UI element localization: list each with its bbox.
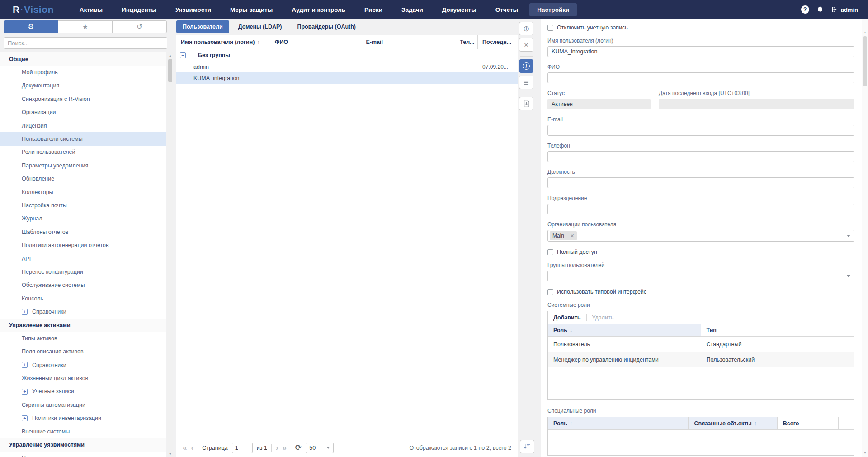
sidebar-item[interactable]: Консоль: [0, 292, 166, 305]
help-icon[interactable]: ?: [801, 5, 809, 14]
content-tab-2[interactable]: Провайдеры (OAuth): [291, 20, 362, 33]
full-access-checkbox[interactable]: [547, 249, 553, 255]
phone-field[interactable]: [547, 151, 854, 162]
scroll-thumb[interactable]: [863, 36, 867, 86]
nav-item-6[interactable]: Задачи: [394, 3, 431, 16]
department-field[interactable]: [547, 204, 854, 214]
expand-plus-icon[interactable]: +: [22, 309, 28, 315]
groups-dropdown[interactable]: [547, 271, 854, 281]
page-size-select[interactable]: 50: [306, 443, 334, 453]
login-field[interactable]: [547, 46, 854, 57]
sidebar-tab-history[interactable]: ↺: [112, 20, 167, 33]
column-linked-objects[interactable]: Связанные объекты ↑: [689, 417, 777, 429]
sidebar-item[interactable]: Типы активов: [0, 332, 166, 345]
position-field[interactable]: [547, 177, 854, 188]
sidebar-item[interactable]: Политики автогенерации отчетов: [0, 238, 166, 252]
sidebar-item[interactable]: Пользователи системы: [0, 132, 166, 145]
sidebar-item[interactable]: Организации: [0, 106, 166, 119]
disable-account-checkbox[interactable]: [547, 25, 553, 31]
expand-plus-icon[interactable]: +: [22, 415, 28, 421]
table-row[interactable]: Менеджер по управлению инцидентамиПользо…: [548, 352, 854, 367]
column-type[interactable]: Тип: [701, 324, 854, 336]
sidebar-item[interactable]: +Справочники: [0, 305, 166, 318]
sidebar-item[interactable]: Роли пользователей: [0, 146, 166, 159]
refresh-icon[interactable]: ⟳: [295, 443, 302, 452]
nav-item-8[interactable]: Отчеты: [488, 3, 526, 16]
collapse-icon[interactable]: −: [180, 52, 186, 58]
list-view-button[interactable]: ≡: [519, 76, 533, 89]
delete-user-button[interactable]: ✕: [519, 38, 533, 52]
nav-item-7[interactable]: Документы: [434, 3, 484, 16]
remove-tag-icon[interactable]: ✕: [570, 233, 574, 239]
export-button[interactable]: [519, 97, 533, 110]
nav-item-3[interactable]: Меры защиты: [222, 3, 280, 16]
first-page-button[interactable]: «: [183, 444, 187, 452]
sidebar-item[interactable]: Синхронизация с R-Vision: [0, 92, 166, 105]
content-tab-1[interactable]: Домены (LDAP): [232, 20, 288, 33]
users-column-3[interactable]: E-mail: [361, 35, 455, 49]
sidebar-item[interactable]: +Политики инвентаризации: [0, 412, 166, 425]
users-column-4[interactable]: Тел...: [455, 35, 478, 49]
organizations-field[interactable]: Main ✕: [547, 230, 854, 242]
group-row-no-group[interactable]: − Без группы: [176, 49, 518, 61]
nav-item-5[interactable]: Риски: [357, 3, 390, 16]
sidebar-item[interactable]: Мой профиль: [0, 66, 166, 79]
nav-item-9[interactable]: Настройки: [529, 3, 577, 16]
sidebar-item[interactable]: Журнал: [0, 212, 166, 225]
sidebar-item[interactable]: Шаблоны отчетов: [0, 225, 166, 238]
prev-page-button[interactable]: ‹: [191, 444, 193, 452]
sidebar-item[interactable]: Настройка почты: [0, 199, 166, 212]
scroll-up-icon[interactable]: ▲: [863, 31, 867, 34]
sidebar-search-input[interactable]: [4, 37, 167, 49]
sidebar-item[interactable]: Параметры уведомления: [0, 159, 166, 172]
user-menu[interactable]: admin: [831, 6, 858, 13]
sort-button[interactable]: [520, 440, 534, 453]
next-page-button[interactable]: ›: [276, 444, 278, 452]
table-row[interactable]: ПользовательСтандартный: [548, 337, 854, 352]
delete-role-button[interactable]: Удалить: [592, 314, 614, 321]
sidebar-item[interactable]: Политики управления уязвимостями: [0, 452, 166, 457]
nav-item-2[interactable]: Уязвимости: [168, 3, 219, 16]
table-row[interactable]: admin07.09.20...: [176, 61, 518, 72]
bell-icon[interactable]: [816, 6, 824, 14]
column-total[interactable]: Всего: [778, 417, 839, 429]
add-role-button[interactable]: Добавить: [553, 314, 581, 321]
scroll-thumb[interactable]: [168, 59, 172, 82]
sidebar-item[interactable]: Перенос конфигурации: [0, 265, 166, 278]
content-tab-0[interactable]: Пользователи: [176, 20, 229, 33]
expand-plus-icon[interactable]: +: [22, 362, 28, 368]
details-scrollbar[interactable]: ▲ ▼: [862, 19, 868, 457]
sidebar-item[interactable]: Документация: [0, 79, 166, 92]
sidebar-item[interactable]: Внешние системы: [0, 425, 166, 438]
nav-item-0[interactable]: Активы: [72, 3, 110, 16]
column-role[interactable]: Роль ↓: [548, 324, 701, 336]
sidebar-item[interactable]: Коллекторы: [0, 186, 166, 199]
email-field[interactable]: [547, 125, 854, 136]
sidebar-tab-gear[interactable]: ⚙: [4, 20, 58, 33]
add-user-button[interactable]: ⊕: [519, 22, 533, 35]
typical-ui-checkbox[interactable]: [547, 289, 553, 295]
column-role[interactable]: Роль ↑: [548, 417, 689, 429]
scroll-up-icon[interactable]: ▲: [169, 54, 172, 57]
sidebar-item[interactable]: +Учетные записи: [0, 385, 166, 398]
fio-field[interactable]: [547, 72, 854, 83]
table-row[interactable]: KUMA_integration: [176, 72, 518, 84]
sidebar-tab-star[interactable]: ★: [58, 20, 113, 33]
expand-plus-icon[interactable]: +: [22, 389, 28, 395]
scroll-down-icon[interactable]: ▼: [863, 451, 867, 454]
sidebar-item[interactable]: Обновление: [0, 172, 166, 186]
sidebar-scrollbar[interactable]: ▲ ▼: [167, 52, 173, 457]
users-column-2[interactable]: ФИО: [270, 35, 362, 49]
page-number-input[interactable]: [232, 443, 253, 453]
users-column-1[interactable]: Имя пользователя (логин)↑: [176, 35, 270, 49]
sidebar-item[interactable]: Поля описания активов: [0, 345, 166, 358]
nav-item-1[interactable]: Инциденты: [114, 3, 164, 16]
info-button[interactable]: i: [519, 59, 533, 73]
sidebar-item[interactable]: +Справочники: [0, 358, 166, 371]
sidebar-item[interactable]: Скрипты автоматизации: [0, 398, 166, 411]
sidebar-item[interactable]: Обслуживание системы: [0, 279, 166, 292]
sidebar-item[interactable]: Жизненный цикл активов: [0, 371, 166, 385]
nav-item-4[interactable]: Аудит и контроль: [284, 3, 353, 16]
scroll-down-icon[interactable]: ▼: [169, 452, 172, 456]
sidebar-item[interactable]: API: [0, 252, 166, 265]
